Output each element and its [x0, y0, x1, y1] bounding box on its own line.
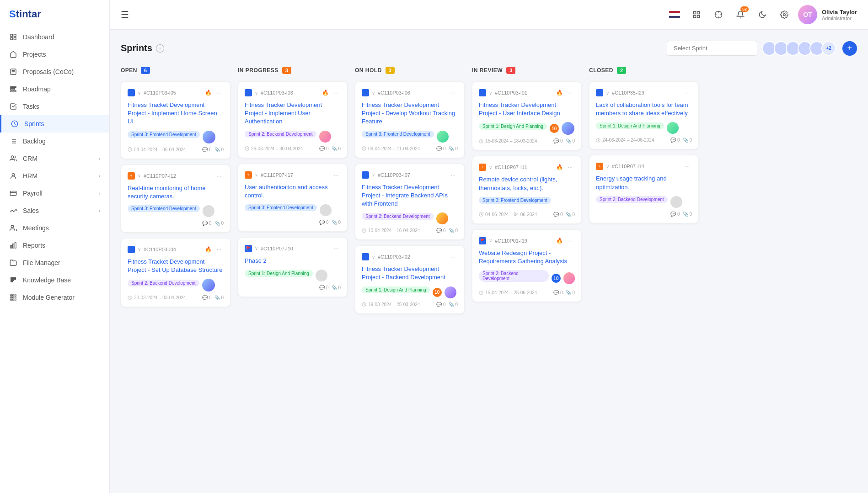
flame-icon[interactable]: 🔥 [204, 245, 213, 254]
flame-icon[interactable]: 🔥 [204, 88, 213, 97]
sidebar-item-filemanager[interactable]: File Manager [0, 254, 109, 271]
card-date: 24-06-2024 – 24-06-2024 [596, 138, 668, 143]
crosshair-icon[interactable] [710, 6, 727, 23]
more-options-icon[interactable]: ··· [449, 170, 458, 180]
column-count: 3 [506, 67, 515, 74]
card-assignee-avatar [320, 204, 332, 216]
more-options-icon[interactable]: ··· [332, 170, 341, 180]
sidebar-item-hrm[interactable]: HRM › [0, 167, 109, 185]
sidebar-item-proposals[interactable]: Proposals (CoCo) [0, 63, 109, 80]
card-title[interactable]: Energy usage tracking and optimization. [596, 175, 692, 191]
card-assignee-avatar [203, 205, 214, 217]
card-checkbox[interactable] [245, 89, 252, 96]
flame-icon[interactable]: 🔥 [321, 88, 330, 97]
more-options-icon[interactable]: ··· [566, 236, 575, 245]
card-attachments: 📎 0 [214, 221, 224, 226]
more-options-icon[interactable]: ··· [214, 88, 224, 97]
card-title[interactable]: Fitness Tracker Development Project - Us… [479, 101, 575, 117]
flag-icon[interactable] [666, 6, 683, 23]
sidebar-item-reports[interactable]: Reports [0, 237, 109, 254]
card-title[interactable]: Lack of collaboration tools for team mem… [596, 101, 692, 117]
more-options-icon[interactable]: ··· [214, 245, 224, 254]
card-title[interactable]: Fitness Tracket Development Project - Se… [128, 258, 224, 274]
more-options-icon[interactable]: ··· [214, 171, 224, 180]
sidebar-item-knowledge[interactable]: Knowledge Base [0, 271, 109, 289]
theme-toggle-icon[interactable] [754, 6, 771, 23]
flame-icon[interactable]: 🔥 [555, 88, 564, 97]
sidebar-item-label: Module Generator [23, 294, 100, 301]
sidebar-item-meetings[interactable]: Meetings [0, 219, 109, 237]
card-title[interactable]: Fitness Tracker Development Project - Im… [245, 101, 341, 126]
grid-icon[interactable] [688, 6, 705, 23]
card-title[interactable]: User authentication and access control. [245, 183, 341, 200]
card-title[interactable]: Fitness Tracker Development Project - De… [362, 101, 458, 126]
svg-rect-28 [15, 299, 16, 300]
card-tag: Sprint 3: Frontend Development [245, 204, 317, 211]
sidebar-item-module[interactable]: Module Generator [0, 289, 109, 306]
sidebar-item-payroll[interactable]: Payroll › [0, 185, 109, 202]
card-title[interactable]: Fitness Tracket Development Project - Im… [128, 101, 224, 126]
chevron-icon: ∨ [255, 246, 258, 251]
card-comments: 💬 0 [202, 295, 211, 300]
sprint-card: 🚩 ∨ #C110P07-I10 ··· Phase 2 Sprint 1: D… [238, 237, 348, 297]
column-title: CLOSED [589, 67, 613, 74]
card-title[interactable]: Fitness Tracker Development Project - Ba… [362, 265, 458, 281]
card-title[interactable]: Real-time monitoring of home security ca… [128, 184, 224, 201]
sidebar-item-crm[interactable]: CRM › [0, 150, 109, 167]
more-options-icon[interactable]: ··· [566, 88, 575, 97]
card-checkbox[interactable] [128, 246, 135, 253]
card-checkbox[interactable] [128, 89, 135, 96]
card-date: 19-03-2024 – 25-03-2024 [362, 302, 434, 307]
chevron-icon: ∨ [489, 90, 492, 95]
menu-toggle-button[interactable]: ☰ [121, 9, 129, 20]
card-title[interactable]: Phase 2 [245, 257, 341, 265]
sidebar-item-dashboard[interactable]: Dashboard [0, 28, 109, 46]
card-title[interactable]: Fitness Tracker Development Project - In… [362, 183, 458, 208]
payroll-icon [9, 189, 17, 197]
more-options-icon[interactable]: ··· [566, 163, 575, 172]
sidebar-item-label: Backlog [23, 138, 100, 145]
card-tag: Sprint 1: Design And Planning [245, 270, 313, 277]
sidebar-item-sprints[interactable]: Sprints [0, 115, 109, 133]
card-tag: Sprint 3: Frontend Development [128, 131, 200, 138]
card-checkbox[interactable] [362, 89, 369, 96]
card-tag: Sprint 1: Design And Planning [596, 122, 664, 129]
more-options-icon[interactable]: ··· [449, 88, 458, 97]
avatar-group: +2 [762, 41, 836, 56]
sidebar-item-roadmap[interactable]: Roadmap [0, 80, 109, 98]
card-checkbox[interactable] [596, 89, 603, 96]
sidebar-item-tasks[interactable]: Tasks [0, 98, 109, 115]
card-checkbox[interactable] [479, 89, 486, 96]
info-icon[interactable]: i [156, 44, 164, 53]
card-title[interactable]: Remote device control (lights, thermosta… [479, 175, 575, 192]
svg-rect-29 [693, 11, 696, 14]
more-options-icon[interactable]: ··· [332, 244, 341, 253]
card-comments: 💬 0 [670, 212, 680, 217]
sprint-card: + ∨ #C110P07-I12 ··· Real-time monitorin… [121, 164, 230, 233]
add-sprint-button[interactable]: + [842, 41, 857, 56]
flame-icon[interactable]: 🔥 [555, 163, 564, 172]
more-options-icon[interactable]: ··· [332, 88, 341, 97]
flame-icon[interactable]: 🔥 [555, 236, 564, 245]
card-attachments: 📎 0 [214, 147, 224, 152]
sidebar-item-backlog[interactable]: Backlog [0, 133, 109, 150]
sprints-header: Sprints i +2 + [121, 41, 857, 56]
notification-bell-icon[interactable]: 52 [732, 6, 749, 23]
sprint-select-input[interactable] [667, 41, 757, 56]
sprints-icon [11, 120, 19, 128]
card-title[interactable]: Website Redesign Project - Requirements … [479, 249, 575, 265]
more-options-icon[interactable]: ··· [683, 88, 692, 97]
card-comments: 💬 0 [436, 302, 445, 307]
card-checkbox[interactable] [362, 253, 369, 260]
user-profile[interactable]: OT Olivia Taylor Administrator [798, 5, 857, 24]
more-options-icon[interactable]: ··· [449, 252, 458, 261]
card-id: #C110P03-I07 [378, 172, 446, 178]
card-id: #C110P03-I03 [261, 90, 318, 95]
card-checkbox[interactable] [362, 171, 369, 179]
sidebar-item-sales[interactable]: Sales › [0, 202, 109, 219]
card-assignee-avatar [436, 212, 448, 224]
card-attachments: 📎 0 [449, 146, 458, 151]
settings-icon[interactable] [776, 6, 793, 23]
sidebar-item-projects[interactable]: Projects [0, 46, 109, 63]
more-options-icon[interactable]: ··· [683, 162, 692, 171]
